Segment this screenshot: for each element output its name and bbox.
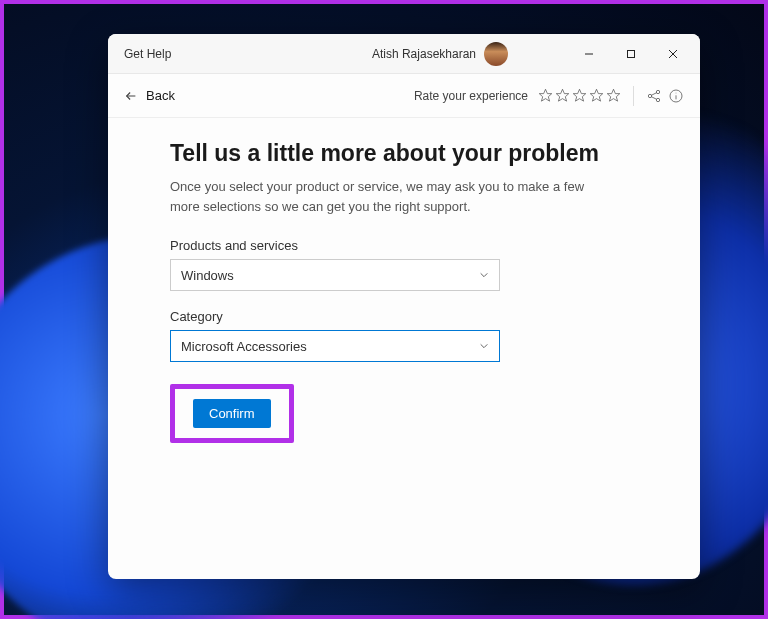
desktop: Get Help Atish Rajasekharan	[0, 0, 768, 619]
star-icon[interactable]	[606, 88, 621, 103]
app-title: Get Help	[124, 47, 171, 61]
star-icon[interactable]	[538, 88, 553, 103]
maximize-icon	[626, 49, 636, 59]
close-button[interactable]	[652, 38, 694, 70]
page-description: Once you select your product or service,…	[170, 177, 590, 216]
products-label: Products and services	[170, 238, 638, 253]
highlight-box: Confirm	[170, 384, 294, 443]
toolbar-right: Rate your experience	[414, 86, 684, 106]
category-select[interactable]: Microsoft Accessories	[170, 330, 500, 362]
chevron-down-icon	[479, 341, 489, 351]
page-title: Tell us a little more about your problem	[170, 140, 638, 167]
category-label: Category	[170, 309, 638, 324]
avatar	[484, 42, 508, 66]
close-icon	[668, 49, 678, 59]
rating-stars[interactable]	[538, 88, 621, 103]
svg-point-11	[656, 90, 659, 93]
products-select[interactable]: Windows	[170, 259, 500, 291]
back-button[interactable]: Back	[124, 88, 175, 103]
svg-rect-1	[628, 50, 635, 57]
star-icon[interactable]	[572, 88, 587, 103]
back-label: Back	[146, 88, 175, 103]
svg-point-17	[676, 92, 677, 93]
maximize-button[interactable]	[610, 38, 652, 70]
svg-point-12	[656, 98, 659, 101]
svg-marker-8	[590, 89, 603, 101]
rate-label: Rate your experience	[414, 89, 528, 103]
confirm-button[interactable]: Confirm	[193, 399, 271, 428]
category-value: Microsoft Accessories	[181, 339, 307, 354]
svg-marker-9	[607, 89, 620, 101]
chevron-down-icon	[479, 270, 489, 280]
info-icon[interactable]	[668, 88, 684, 104]
svg-line-14	[651, 96, 656, 99]
get-help-window: Get Help Atish Rajasekharan	[108, 34, 700, 579]
svg-marker-7	[573, 89, 586, 101]
minimize-icon	[584, 49, 594, 59]
star-icon[interactable]	[589, 88, 604, 103]
star-icon[interactable]	[555, 88, 570, 103]
titlebar: Get Help Atish Rajasekharan	[108, 34, 700, 74]
user-name: Atish Rajasekharan	[372, 47, 476, 61]
share-icon[interactable]	[646, 88, 662, 104]
products-value: Windows	[181, 268, 234, 283]
back-arrow-icon	[124, 89, 138, 103]
divider	[633, 86, 634, 106]
svg-marker-5	[539, 89, 552, 101]
window-controls	[568, 38, 694, 70]
content: Tell us a little more about your problem…	[108, 118, 700, 465]
toolbar: Back Rate your experience	[108, 74, 700, 118]
svg-line-13	[651, 92, 656, 95]
minimize-button[interactable]	[568, 38, 610, 70]
user-area[interactable]: Atish Rajasekharan	[372, 42, 508, 66]
svg-point-10	[648, 94, 651, 97]
svg-marker-6	[556, 89, 569, 101]
